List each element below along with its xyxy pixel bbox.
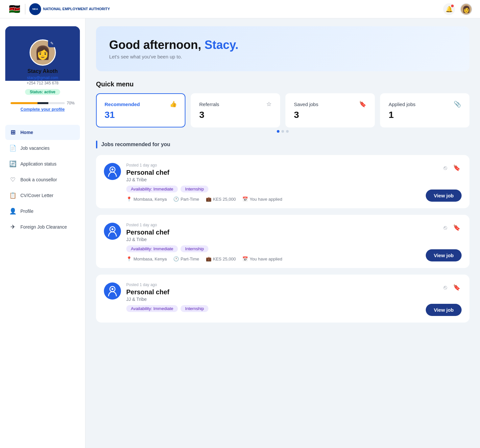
progress-yellow-fill (11, 102, 37, 104)
sidebar-item-label-cv: CV/Cover Letter (20, 193, 53, 198)
user-card-background: 👩 ✎ (5, 26, 80, 59)
greeting-card: Good afternoon, Stacy. Let's see what yo… (96, 26, 469, 71)
job-tag-availability-3: Availability: Immediate (126, 305, 178, 312)
qm-recommended-label: Recommended (105, 101, 140, 107)
nea-icon: NEA (29, 3, 41, 15)
job-type-2: 🕐 Part-Time (173, 256, 199, 261)
job-company-1: JJ & Tribe (126, 177, 420, 182)
complete-profile-link[interactable]: Complete your profile (11, 107, 75, 112)
job-location-text-1: Mombasa, Kenya (133, 197, 167, 202)
location-icon-1: 📍 (126, 196, 132, 202)
section-bar (96, 141, 97, 148)
job-meta-2: 📍 Mombasa, Kenya 🕐 Part-Time 💼 KES 25,00… (126, 256, 420, 261)
quick-menu-cards: Recommended 👍 31 Referrals ☆ 3 Saved job… (96, 93, 469, 127)
user-avatar-wrapper: 👩 ✎ (30, 39, 56, 59)
qm-card-recommended[interactable]: Recommended 👍 31 (96, 93, 185, 127)
save-job-button-1[interactable]: 🔖 (452, 163, 462, 173)
job-company-3: JJ & Tribe (126, 297, 420, 302)
qm-card-applied-jobs[interactable]: Applied jobs 📎 1 (380, 93, 469, 127)
job-location-2: 📍 Mombasa, Kenya (126, 256, 167, 261)
salary-icon-2: 💼 (206, 256, 211, 261)
job-type-1: 🕐 Part-Time (173, 196, 199, 202)
job-applied-2: 📅 You have applied (242, 256, 282, 261)
view-job-button-1[interactable]: View job (426, 190, 462, 202)
job-meta-1: 📍 Mombasa, Kenya 🕐 Part-Time 💼 KES 25,00… (126, 196, 420, 202)
job-tag-internship-3: Internship (180, 305, 208, 312)
calendar-icon-1: 📅 (242, 196, 248, 202)
job-tags-1: Availability: Immediate Internship (126, 186, 420, 192)
carousel-dots (96, 130, 469, 133)
qm-saved-count: 3 (294, 110, 366, 120)
sidebar-item-label-home: Home (20, 130, 33, 135)
sidebar-item-foreign-job-clearance[interactable]: ✈ Foreign Job Clearance (5, 219, 80, 235)
book-counsellor-icon: ♡ (9, 176, 16, 183)
greeting-name: Stacy. (204, 38, 238, 52)
job-title-3: Personal chef (126, 288, 420, 296)
view-job-button-2[interactable]: View job (426, 249, 462, 261)
sidebar-item-label-application-status: Application status (20, 161, 57, 167)
share-button-1[interactable]: ⎋ (442, 163, 448, 173)
sidebar-item-book-counsellor[interactable]: ♡ Book a counsellor (5, 172, 80, 187)
jobs-section-header: Jobs recommended for you (96, 141, 469, 148)
sidebar-item-cv-cover-letter[interactable]: 📋 CV/Cover Letter (5, 188, 80, 203)
cv-icon: 📋 (9, 192, 16, 199)
salary-icon-1: 💼 (206, 196, 211, 202)
carousel-dot-1[interactable] (277, 130, 279, 133)
sidebar-item-application-status[interactable]: 🔄 Application status (5, 156, 80, 171)
job-company-2: JJ & Tribe (126, 237, 420, 242)
profile-progress-bar: 70% (11, 101, 75, 105)
share-button-2[interactable]: ⎋ (442, 223, 448, 233)
job-salary-1: 💼 KES 25,000 (206, 196, 236, 202)
job-action-icons-2: ⎋ 🔖 (442, 223, 462, 233)
job-logo-3 (104, 282, 121, 300)
clock-icon-1: 🕐 (173, 196, 179, 202)
job-location-text-2: Mombasa, Kenya (133, 257, 167, 261)
job-type-text-1: Part-Time (180, 197, 199, 202)
job-card-2: Posted 1 day ago Personal chef JJ & Trib… (96, 215, 469, 268)
qm-referrals-count: 3 (199, 110, 272, 120)
sidebar-item-home[interactable]: ⊞ Home (5, 125, 80, 140)
view-job-button-3[interactable]: View job (426, 304, 462, 316)
job-actions-3: ⎋ 🔖 View job (426, 282, 462, 316)
save-job-button-3[interactable]: 🔖 (452, 282, 462, 292)
job-location-1: 📍 Mombasa, Kenya (126, 196, 167, 202)
qm-saved-icon: 🔖 (359, 101, 366, 108)
job-logo-2 (104, 223, 121, 240)
share-button-3[interactable]: ⎋ (442, 282, 448, 292)
profile-icon: 👤 (9, 208, 16, 215)
job-vacancies-icon: 📄 (9, 145, 16, 152)
user-email: stacy@gmail.com (11, 76, 75, 80)
clock-icon-2: 🕐 (173, 256, 179, 261)
sidebar-item-label-foreign-job: Foreign Job Clearance (20, 224, 67, 230)
sidebar-item-job-vacancies[interactable]: 📄 Job vacancies (5, 141, 80, 156)
job-tags-3: Availability: Immediate Internship (126, 305, 420, 312)
job-tag-internship-1: Internship (180, 186, 208, 192)
quick-menu-title: Quick menu (96, 80, 469, 88)
job-action-icons-3: ⎋ 🔖 (442, 282, 462, 292)
job-type-text-2: Part-Time (180, 257, 199, 261)
job-salary-2: 💼 KES 25,000 (206, 256, 236, 261)
job-logo-1 (104, 163, 121, 180)
qm-saved-label: Saved jobs (294, 101, 318, 107)
job-tag-availability-2: Availability: Immediate (126, 245, 178, 252)
user-avatar-button[interactable]: 👩 (460, 3, 472, 15)
progress-percentage: 70% (67, 101, 75, 105)
notification-button[interactable]: 🔔 (443, 3, 455, 15)
job-body-2: Posted 1 day ago Personal chef JJ & Trib… (126, 223, 420, 261)
sidebar-item-profile[interactable]: 👤 Profile (5, 204, 80, 219)
job-salary-text-2: KES 25,000 (213, 257, 236, 261)
qm-card-saved-jobs[interactable]: Saved jobs 🔖 3 (285, 93, 375, 127)
carousel-dot-2[interactable] (281, 130, 284, 133)
nav-menu: ⊞ Home 📄 Job vacancies 🔄 Application sta… (5, 125, 80, 235)
save-job-button-2[interactable]: 🔖 (452, 223, 462, 233)
job-posted-3: Posted 1 day ago (126, 282, 420, 287)
edit-avatar-button[interactable]: ✎ (48, 39, 56, 47)
job-tags-2: Availability: Immediate Internship (126, 245, 420, 252)
qm-card-referrals[interactable]: Referrals ☆ 3 (191, 93, 280, 127)
foreign-job-icon: ✈ (9, 223, 16, 231)
carousel-dot-3[interactable] (286, 130, 289, 133)
page-layout: 👩 ✎ Stacy Akoth stacy@gmail.com +254 712… (0, 0, 480, 448)
notification-badge (451, 5, 454, 7)
progress-dark-fill (37, 102, 48, 104)
quick-menu-section: Quick menu Recommended 👍 31 Referrals ☆ … (96, 80, 469, 133)
